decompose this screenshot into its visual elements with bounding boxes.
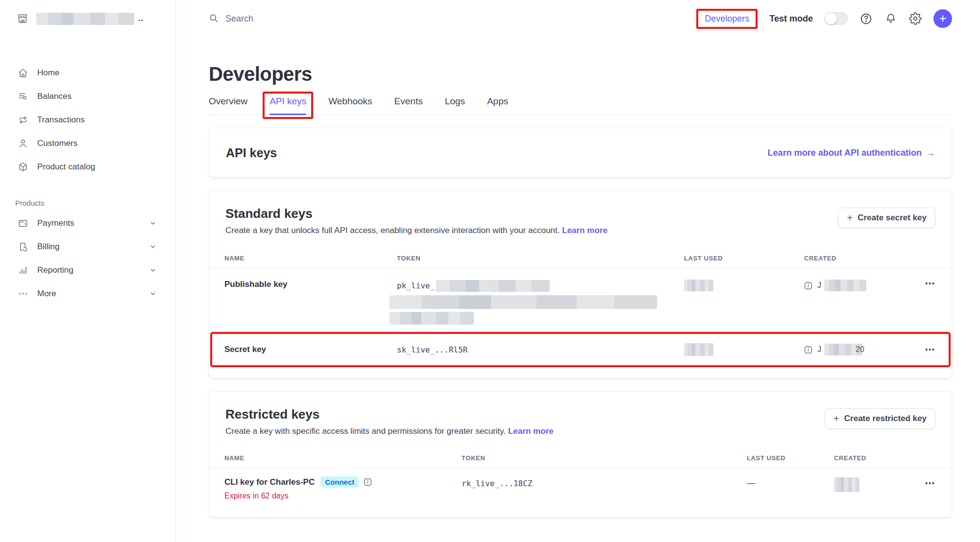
column-header-created: CREATED — [804, 255, 917, 262]
token-value: sk_live_...Rl5R — [397, 345, 684, 354]
sidebar-item-label: Balances — [37, 92, 72, 101]
sidebar-item-payments[interactable]: Payments — [0, 214, 175, 233]
toggle-knob — [825, 13, 837, 24]
column-header-last-used: LAST USED — [747, 454, 834, 462]
main-content: Search Developers Test mode — [176, 0, 980, 542]
storefront-icon — [17, 13, 28, 24]
create-button[interactable]: + — [933, 9, 952, 28]
sidebar-item-more[interactable]: More — [0, 284, 175, 303]
standard-learn-more-link[interactable]: Learn more — [562, 226, 608, 235]
created-cell: J — [804, 280, 917, 291]
bell-icon — [884, 12, 897, 25]
standard-keys-card: Standard keys Create a key that unlocks … — [209, 190, 952, 378]
sidebar: .. Home Balances Transactions — [0, 0, 176, 542]
connect-badge[interactable]: Connect — [320, 476, 359, 488]
info-square-icon — [804, 282, 812, 290]
column-header-name: NAME — [224, 454, 462, 462]
description-text: Create a key with specific access limits… — [225, 426, 506, 436]
key-name: Publishable key — [224, 280, 397, 289]
plus-icon: + — [833, 414, 839, 424]
last-used-redacted — [684, 343, 713, 356]
column-header-token: TOKEN — [397, 255, 684, 262]
sidebar-item-label: Billing — [37, 242, 59, 252]
topbar: Search Developers Test mode — [209, 0, 952, 37]
description-text: Create a key that unlocks full API acces… — [225, 226, 560, 235]
last-used-value: — — [747, 478, 834, 488]
created-prefix: J — [817, 345, 821, 354]
sidebar-item-home[interactable]: Home — [0, 64, 175, 82]
create-restricted-key-button[interactable]: + Create restricted key — [825, 408, 935, 429]
learn-api-authentication-link[interactable]: Learn more about API authentication → — [768, 148, 935, 158]
plus-icon: + — [847, 213, 853, 223]
reporting-icon — [18, 265, 28, 276]
token-redacted — [436, 280, 550, 292]
plus-icon: + — [939, 12, 946, 24]
sidebar-item-label: Reporting — [37, 265, 74, 275]
expires-note: Expires in 62 days — [224, 492, 462, 500]
table-row-secret-key: Secret key sk_live_...Rl5R J 20 ••• — [209, 332, 952, 367]
tab-bar: Overview API keys Webhooks Events Logs A… — [209, 96, 952, 115]
gear-icon — [909, 12, 922, 25]
account-name-suffix: .. — [138, 14, 144, 23]
restricted-keys-table: NAME TOKEN LAST USED CREATED CLI key for… — [209, 449, 952, 506]
token-prefix: pk_live_ — [397, 281, 435, 290]
test-mode-label: Test mode — [769, 14, 813, 24]
balances-icon — [18, 91, 28, 102]
link-label: Learn more about API authentication — [768, 148, 922, 158]
button-label: Create restricted key — [844, 414, 927, 424]
account-switcher[interactable]: .. — [0, 9, 175, 28]
stripe-dashboard: .. Home Balances Transactions — [0, 0, 980, 542]
table-header-row: NAME TOKEN LAST USED CREATED — [209, 249, 952, 268]
sidebar-item-transactions[interactable]: Transactions — [0, 111, 175, 129]
row-overflow-menu[interactable]: ••• — [925, 479, 935, 487]
help-icon — [859, 12, 873, 25]
account-name-redacted — [36, 13, 134, 25]
token-redacted — [390, 312, 474, 325]
row-overflow-menu[interactable]: ••• — [925, 346, 935, 353]
search-input[interactable]: Search — [209, 13, 253, 24]
billing-icon — [18, 241, 28, 252]
tab-events[interactable]: Events — [394, 96, 423, 115]
tab-webhooks[interactable]: Webhooks — [328, 96, 372, 115]
sidebar-item-balances[interactable]: Balances — [0, 87, 175, 106]
token-redacted — [390, 295, 657, 309]
tab-api-keys[interactable]: API keys — [270, 96, 306, 115]
sidebar-item-label: Payments — [37, 218, 74, 228]
sidebar-item-label: Transactions — [37, 115, 85, 125]
sidebar-item-customers[interactable]: Customers — [0, 134, 175, 153]
developers-link[interactable]: Developers — [705, 14, 749, 24]
chevron-down-icon — [150, 291, 156, 297]
created-redacted — [834, 477, 859, 492]
help-button[interactable] — [859, 12, 873, 25]
api-keys-title: API keys — [226, 146, 277, 160]
settings-button[interactable] — [909, 12, 922, 25]
column-header-last-used: LAST USED — [684, 255, 804, 262]
sidebar-item-billing[interactable]: Billing — [0, 237, 175, 256]
created-cell: J 20 — [804, 344, 917, 355]
restricted-keys-title: Restricted keys — [225, 406, 554, 422]
column-header-created: CREATED — [834, 454, 917, 462]
chevron-down-icon — [150, 244, 156, 250]
info-square-icon — [804, 346, 812, 354]
home-icon — [18, 68, 28, 78]
search-placeholder: Search — [225, 14, 253, 24]
sidebar-item-reporting[interactable]: Reporting — [0, 261, 175, 280]
notifications-button[interactable] — [884, 12, 897, 25]
table-row-cli-key: CLI key for Charles-PC Connect Expires i… — [209, 468, 952, 506]
test-mode-toggle[interactable] — [825, 12, 848, 25]
transactions-icon — [18, 115, 28, 125]
row-overflow-menu[interactable]: ••• — [925, 280, 935, 287]
payments-icon — [18, 218, 28, 229]
sidebar-item-product-catalog[interactable]: Product catalog — [0, 158, 175, 176]
name-cell: CLI key for Charles-PC Connect Expires i… — [224, 476, 462, 500]
info-square-icon — [364, 478, 372, 486]
table-header-row: NAME TOKEN LAST USED CREATED — [209, 449, 952, 468]
tab-logs[interactable]: Logs — [445, 96, 465, 115]
column-header-token: TOKEN — [462, 454, 747, 462]
button-label: Create secret key — [858, 213, 927, 223]
tab-apps[interactable]: Apps — [487, 96, 508, 115]
sidebar-nav: Home Balances Transactions Customers — [0, 64, 175, 303]
create-secret-key-button[interactable]: + Create secret key — [838, 208, 935, 228]
restricted-learn-more-link[interactable]: Learn more — [508, 426, 554, 436]
tab-overview[interactable]: Overview — [209, 96, 247, 115]
